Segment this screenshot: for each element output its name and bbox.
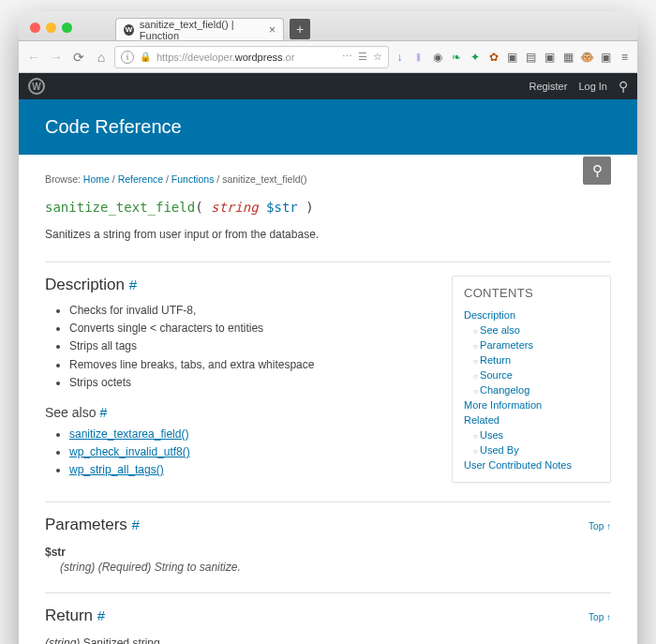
return-value: (string) Sanitized string. [45,637,611,644]
close-window-button[interactable] [30,22,40,33]
return-heading: Return # [45,607,105,625]
ext-icon[interactable]: ▣ [543,50,557,64]
ext-icon[interactable]: ◉ [430,50,444,64]
list-item: Removes line breaks, tabs, and extra whi… [69,356,433,374]
see-also-heading: See also # [45,405,433,420]
description-list: Checks for invalid UTF-8, Converts singl… [45,302,433,392]
back-button[interactable]: ← [24,48,43,67]
ext-icon[interactable]: ▦ [561,50,575,64]
url-text: https://developer.wordpress.or [157,52,336,63]
toc-link[interactable]: User Contributed Notes [464,457,599,472]
crumb-current: sanitize_text_field() [222,173,306,185]
divider [45,502,611,502]
see-also-link[interactable]: wp_check_invalid_utf8() [69,445,190,458]
top-link[interactable]: Top ↑ [589,612,611,622]
browser-toolbar: ← → ⟳ ⌂ i 🔒 https://developer.wordpress.… [19,41,637,73]
bookmark-icon[interactable]: ☆ [373,51,382,63]
ext-icon[interactable]: ⦀ [411,50,425,64]
ext-icon[interactable]: ▣ [505,50,519,64]
register-link[interactable]: Register [529,81,567,92]
divider [45,592,611,593]
contents-title: CONTENTS [464,286,599,300]
reload-button[interactable]: ⟳ [69,48,88,67]
toc-link[interactable]: Used By [473,442,599,457]
see-also-link[interactable]: wp_strip_all_tags() [69,463,164,476]
window-controls [26,22,78,40]
tab-title: sanitize_text_field() | Function [140,19,263,41]
download-icon[interactable]: ↓ [393,50,407,64]
crumb-functions[interactable]: Functions [171,173,215,185]
ext-icon[interactable]: 🐵 [580,50,594,64]
toc-link[interactable]: Source [473,367,599,382]
toc-link[interactable]: More Information [464,397,599,412]
crumb-home[interactable]: Home [83,173,110,185]
anchor-link[interactable]: # [132,517,140,532]
ext-icon[interactable]: ❧ [449,50,463,64]
toc-link[interactable]: See also [473,322,599,337]
top-link[interactable]: Top ↑ [589,521,611,532]
param-name: $str [45,546,66,559]
close-tab-button[interactable]: × [269,24,276,36]
toc-link[interactable]: Uses [473,427,599,442]
wordpress-favicon: W [124,24,134,36]
home-button[interactable]: ⌂ [92,48,111,67]
anchor-link[interactable]: # [99,405,107,420]
anchor-link[interactable]: # [97,607,105,623]
ext-icon[interactable]: ▣ [599,50,613,64]
extension-icons: ↓ ⦀ ◉ ❧ ✦ ✿ ▣ ▤ ▣ ▦ 🐵 ▣ ≡ [393,50,632,64]
site-info-icon[interactable]: i [121,51,134,64]
maximize-window-button[interactable] [62,22,72,33]
toc-link[interactable]: Changelog [473,382,599,397]
summary-text: Sanitizes a string from user input or fr… [45,228,611,241]
description-heading: Description # [45,276,433,294]
contents-sidebar: CONTENTS Description See also Parameters… [452,276,611,483]
divider [45,262,611,262]
list-item: Strips octets [69,374,433,392]
anchor-link[interactable]: # [129,277,137,292]
function-signature: sanitize_text_field( string $str ) [45,200,611,215]
ext-icon[interactable]: ✦ [468,50,482,64]
toc-link[interactable]: Return [473,352,599,367]
ext-icon[interactable]: ✿ [486,50,500,64]
toc-link[interactable]: Related [464,412,599,427]
wordpress-admin-bar: W Register Log In ⚲ [19,73,637,99]
hero-title: Code Reference [45,116,182,137]
parameters-heading: Parameters # [45,516,140,534]
ext-icon[interactable]: ▤ [524,50,538,64]
search-button[interactable]: ⚲ [583,157,611,185]
toc-link[interactable]: Description [464,307,599,322]
new-tab-button[interactable]: + [290,19,310,39]
list-item: Converts single < characters to entities [69,320,433,337]
reader-icon[interactable]: ☰ [358,51,367,63]
list-item: Checks for invalid UTF-8, [69,302,433,320]
reader-mode-icon[interactable]: ⋯ [342,51,352,63]
breadcrumb: Browse: Home / Reference / Functions / s… [45,173,611,185]
parameter-item: $str (string) (Required) String to sanit… [45,546,611,574]
toc-link[interactable]: Parameters [473,337,599,352]
login-link[interactable]: Log In [578,81,607,92]
see-also-link[interactable]: sanitize_textarea_field() [69,427,188,441]
list-item: Strips all tags [69,337,433,355]
url-bar[interactable]: i 🔒 https://developer.wordpress.or ⋯ ☰ ☆ [114,46,389,68]
forward-button[interactable]: → [47,48,66,67]
search-icon[interactable]: ⚲ [619,79,628,94]
browser-tab[interactable]: W sanitize_text_field() | Function × [115,18,284,40]
browser-tab-bar: W sanitize_text_field() | Function × + [19,11,637,41]
see-also-list: sanitize_textarea_field() wp_check_inval… [45,426,433,480]
lock-icon: 🔒 [140,52,151,62]
minimize-window-button[interactable] [46,22,56,33]
menu-icon[interactable]: ≡ [618,50,632,64]
page-hero: Code Reference [19,99,637,155]
wordpress-logo-icon[interactable]: W [28,78,45,95]
crumb-reference[interactable]: Reference [118,173,163,185]
